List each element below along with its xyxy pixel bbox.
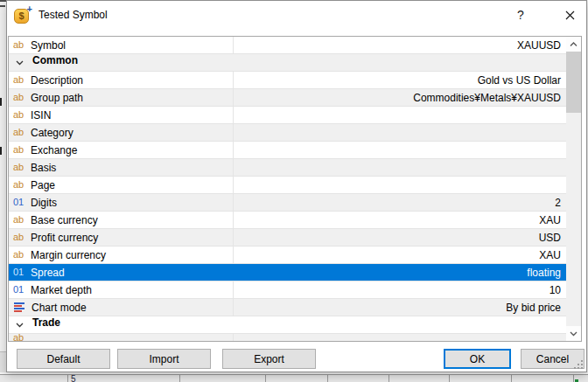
integer-property-icon: 01 bbox=[13, 281, 30, 298]
scrollbar-thumb[interactable] bbox=[566, 52, 581, 113]
property-row-digits[interactable]: 01Digits2 bbox=[9, 194, 566, 212]
background-table-text: 5 bbox=[71, 375, 76, 382]
property-row-exchange[interactable]: abExchange bbox=[9, 142, 566, 159]
tested-symbol-dialog: $ + Tested Symbol ? abSymbolXAUUSDCommon… bbox=[6, 0, 587, 372]
property-name-cell: 01Digits bbox=[9, 194, 233, 211]
section-row-common[interactable]: Common bbox=[9, 54, 566, 72]
chart-mode-icon bbox=[14, 302, 24, 312]
property-value-cell[interactable]: 10 bbox=[233, 281, 566, 298]
property-row-description[interactable]: abDescriptionGold vs US Dollar bbox=[9, 72, 566, 89]
property-value-cell[interactable]: floating bbox=[233, 264, 566, 281]
text-property-icon: ab bbox=[13, 212, 30, 228]
property-value-cell[interactable]: By bid price bbox=[233, 299, 566, 316]
text-property-icon: ab bbox=[13, 37, 30, 53]
scroll-down-button[interactable] bbox=[566, 326, 581, 341]
plus-badge-icon: + bbox=[27, 4, 32, 14]
custom-symbol-coin-icon: $ + bbox=[14, 7, 31, 23]
property-label: Base currency bbox=[31, 214, 98, 226]
background-window-left-strip bbox=[0, 0, 6, 382]
property-name-cell: abExchange bbox=[9, 142, 233, 158]
property-row-chart-mode[interactable]: Chart modeBy bid price bbox=[9, 299, 566, 316]
property-row-basis[interactable]: abBasis bbox=[9, 159, 566, 177]
property-list-rows: abSymbolXAUUSDCommonabDescriptionGold vs… bbox=[9, 37, 566, 341]
property-row-isin[interactable]: abISIN bbox=[9, 107, 566, 124]
property-row-category[interactable]: abCategory bbox=[9, 124, 566, 142]
property-label: Basis bbox=[31, 162, 56, 174]
property-label: Margin currency bbox=[31, 249, 106, 261]
background-table-divider bbox=[388, 375, 389, 382]
property-label: Spread bbox=[31, 267, 65, 279]
background-table-divider bbox=[449, 375, 450, 382]
property-name-cell: abDescription bbox=[9, 72, 233, 88]
scroll-up-button[interactable] bbox=[566, 37, 581, 52]
text-property-icon: ab bbox=[13, 334, 30, 341]
property-value-cell[interactable]: 2 bbox=[233, 194, 566, 211]
property-value-cell[interactable]: Gold vs US Dollar bbox=[233, 72, 566, 88]
property-row-group-path[interactable]: abGroup pathCommodities¥Metals¥XAUUSD bbox=[9, 89, 566, 107]
text-property-icon: ab bbox=[13, 229, 30, 246]
property-value-cell[interactable]: USD bbox=[233, 229, 566, 246]
property-value-cell[interactable] bbox=[233, 124, 566, 141]
property-value-cell[interactable]: XAU bbox=[233, 212, 566, 228]
property-label: Group path bbox=[31, 92, 83, 104]
background-fragment bbox=[0, 0, 6, 2]
section-label: Common bbox=[32, 54, 78, 71]
export-button[interactable]: Export bbox=[222, 349, 316, 369]
section-row-trade[interactable]: Trade bbox=[9, 316, 566, 334]
property-label: Profit currency bbox=[31, 232, 98, 244]
property-value-cell[interactable]: Commodities¥Metals¥XAUUSD bbox=[233, 89, 566, 106]
background-table-divider bbox=[327, 375, 328, 382]
background-fragment bbox=[0, 147, 2, 155]
close-icon bbox=[565, 10, 575, 20]
property-label: Page bbox=[31, 179, 55, 191]
property-value-cell[interactable] bbox=[233, 107, 566, 123]
property-name-cell: ab bbox=[9, 334, 233, 341]
background-table-divider bbox=[511, 375, 512, 382]
text-property-icon: ab bbox=[13, 247, 30, 263]
property-row-profit-currency[interactable]: abProfit currencyUSD bbox=[9, 229, 566, 247]
property-row-market-depth[interactable]: 01Market depth10 bbox=[9, 281, 566, 299]
property-value-cell[interactable]: XAUUSD bbox=[233, 37, 566, 53]
background-fragment bbox=[0, 5, 5, 7]
property-row-blank[interactable]: ab bbox=[9, 334, 566, 341]
background-table-divider bbox=[573, 375, 574, 382]
property-value-cell[interactable] bbox=[233, 177, 566, 193]
text-property-icon: ab bbox=[13, 142, 30, 158]
property-name-cell: abProfit currency bbox=[9, 229, 233, 246]
help-button[interactable]: ? bbox=[506, 1, 536, 29]
default-button[interactable]: Default bbox=[17, 349, 110, 369]
chevron-down-icon bbox=[570, 331, 578, 337]
chevron-up-icon bbox=[570, 42, 578, 47]
resize-grip[interactable] bbox=[574, 360, 584, 370]
text-property-icon: ab bbox=[13, 72, 30, 88]
property-name-cell: abPage bbox=[9, 177, 233, 193]
chevron-down-icon bbox=[16, 316, 27, 333]
property-row-symbol[interactable]: abSymbolXAUUSD bbox=[9, 37, 566, 54]
property-name-cell: 01Spread bbox=[9, 264, 233, 281]
background-table-divider bbox=[179, 375, 180, 382]
property-row-spread[interactable]: 01Spreadfloating bbox=[9, 264, 566, 281]
ok-button[interactable]: OK bbox=[444, 349, 511, 369]
property-label: Symbol bbox=[31, 39, 66, 52]
property-label: Description bbox=[31, 74, 83, 87]
vertical-scrollbar[interactable] bbox=[566, 37, 581, 341]
chevron-down-icon bbox=[16, 54, 27, 71]
close-button[interactable] bbox=[555, 1, 584, 29]
property-value-cell[interactable] bbox=[233, 142, 566, 158]
property-label: ISIN bbox=[31, 109, 51, 122]
property-row-base-currency[interactable]: abBase currencyXAU bbox=[9, 212, 566, 229]
property-row-page[interactable]: abPage bbox=[9, 177, 566, 194]
background-fragment bbox=[0, 98, 2, 106]
property-value-cell[interactable] bbox=[233, 159, 566, 176]
dialog-titlebar[interactable]: $ + Tested Symbol ? bbox=[7, 1, 586, 29]
property-value-cell[interactable] bbox=[233, 334, 566, 341]
text-property-icon: ab bbox=[13, 89, 30, 106]
integer-property-icon: 01 bbox=[13, 264, 30, 281]
property-name-cell: 01Market depth bbox=[9, 281, 233, 298]
section-label: Trade bbox=[32, 316, 60, 333]
property-label: Digits bbox=[31, 197, 57, 209]
property-row-margin-currency[interactable]: abMargin currencyXAU bbox=[9, 247, 566, 264]
import-button[interactable]: Import bbox=[117, 349, 211, 369]
text-property-icon: ab bbox=[13, 124, 30, 141]
property-value-cell[interactable]: XAU bbox=[233, 247, 566, 263]
